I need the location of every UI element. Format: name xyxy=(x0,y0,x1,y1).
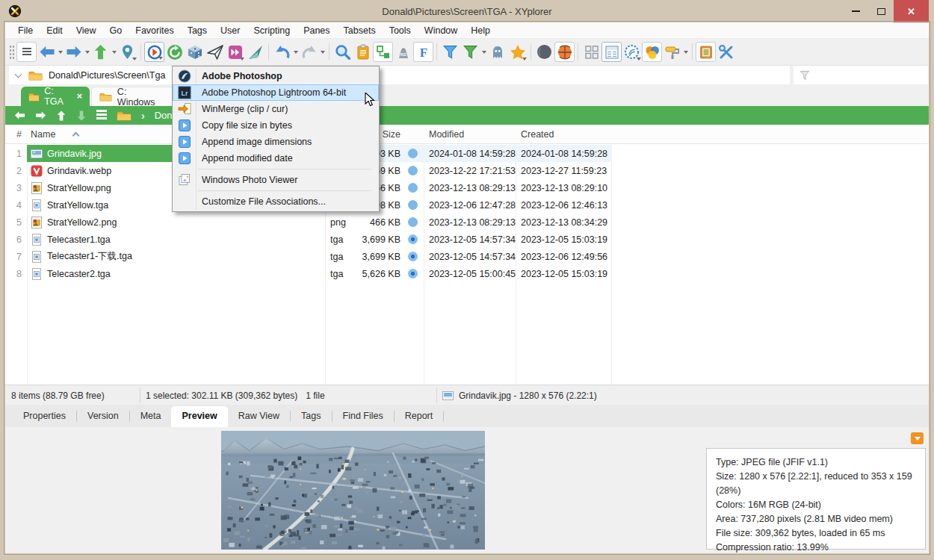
clipboard-button[interactable] xyxy=(353,42,373,62)
back-button[interactable] xyxy=(37,42,57,62)
redo-dropdown[interactable] xyxy=(319,42,326,62)
up-button[interactable] xyxy=(90,42,111,62)
image-thumb-icon xyxy=(31,148,43,160)
maximize-button[interactable] xyxy=(868,0,894,22)
up-dropdown[interactable] xyxy=(111,42,117,62)
basketball-button[interactable] xyxy=(554,42,575,62)
star-button[interactable] xyxy=(507,42,528,62)
folder-icon[interactable] xyxy=(117,110,132,121)
column-header-num[interactable]: # xyxy=(5,129,27,140)
folder-tree-button[interactable] xyxy=(373,42,393,62)
undo-dropdown[interactable] xyxy=(292,42,299,62)
tab-close-icon[interactable]: × xyxy=(77,91,82,102)
paper-plane-button[interactable] xyxy=(205,42,225,62)
refresh-button[interactable] xyxy=(164,42,185,62)
open-with-button[interactable] xyxy=(144,42,164,62)
redo-button[interactable] xyxy=(299,42,319,62)
toolbar-grip[interactable] xyxy=(9,45,14,60)
filter-box[interactable] xyxy=(794,66,928,84)
crumb-up-icon[interactable] xyxy=(56,111,67,121)
menu-user[interactable]: User xyxy=(214,25,247,36)
file-row-telecaster1-tga[interactable]: 6 Telecaster1.tga tga 3,699 KB 2023-12-0… xyxy=(5,231,929,248)
undo-button[interactable] xyxy=(272,42,292,62)
tga-file-icon xyxy=(31,234,43,246)
file-row-grindavik-jpg[interactable]: 1 Grindavik.jpg jpg 303 KB 2024-01-08 14… xyxy=(5,145,929,162)
search-button[interactable] xyxy=(333,42,353,62)
filter-green-dropdown[interactable] xyxy=(480,42,487,62)
tab-c-tga[interactable]: C: TGA × xyxy=(21,87,90,106)
minimize-button[interactable] xyxy=(843,0,868,22)
tools-wrench-button[interactable] xyxy=(716,42,736,62)
menu-window[interactable]: Window xyxy=(418,25,464,36)
menu-item-adobe-lightroom[interactable]: Lr Adobe Photoshop Lightroom 64-bit xyxy=(173,84,379,101)
ghost-button[interactable] xyxy=(487,42,507,62)
panel-tab-properties[interactable]: Properties xyxy=(13,406,76,427)
crumb-forward-icon[interactable] xyxy=(35,111,46,120)
weight-kg-button[interactable]: KG xyxy=(393,42,413,62)
panel-tab-raw-view[interactable]: Raw View xyxy=(228,406,290,427)
dice-button[interactable] xyxy=(185,42,205,62)
crumb-bar: › Donald › xyxy=(5,106,929,125)
grid-view-button[interactable] xyxy=(581,42,601,62)
menu-tags[interactable]: Tags xyxy=(181,25,214,36)
menu-item-adobe-photoshop[interactable]: Adobe Photoshop xyxy=(173,68,379,84)
menu-item-windows-photo-viewer[interactable]: Windows Photo Viewer xyxy=(173,172,379,188)
location-pin-button[interactable] xyxy=(117,42,137,62)
menu-item-winmerge[interactable]: WinMerge (clip / cur) xyxy=(173,101,379,117)
paint-roller-dropdown[interactable] xyxy=(682,42,689,62)
file-row-stratyellow-tga[interactable]: 4 StratYellow.tga tga 1,398 KB 2023-12-0… xyxy=(5,196,929,214)
panel-tab-report[interactable]: Report xyxy=(395,406,444,427)
panel-tab-find-files[interactable]: Find Files xyxy=(333,406,394,427)
compass-button[interactable] xyxy=(245,42,265,62)
crumb-down-icon[interactable] xyxy=(76,111,87,121)
file-row-stratyellow-png[interactable]: 3 StratYellow.png png 456 KB 2023-12-13 … xyxy=(5,179,929,196)
panel-tab-preview[interactable]: Preview xyxy=(171,406,227,427)
panel-tab-meta[interactable]: Meta xyxy=(130,406,172,427)
forward-button[interactable] xyxy=(64,42,84,62)
image-frame-button[interactable] xyxy=(696,42,716,62)
filter-green-button[interactable] xyxy=(460,42,480,62)
menu-item-customize-file-associations[interactable]: Customize File Associations... xyxy=(173,193,379,210)
badge-button[interactable] xyxy=(622,42,642,62)
menu-help[interactable]: Help xyxy=(464,25,497,36)
menu-tabsets[interactable]: Tabsets xyxy=(337,25,383,36)
moon-button[interactable] xyxy=(534,42,554,62)
chevron-down-icon[interactable] xyxy=(15,70,22,78)
menu-tools[interactable]: Tools xyxy=(383,25,418,36)
menu-file[interactable]: File xyxy=(11,25,40,36)
menu-scripting[interactable]: Scripting xyxy=(247,25,297,36)
panel-tab-version[interactable]: Version xyxy=(77,406,129,427)
column-header-modified[interactable]: Modified xyxy=(424,129,516,140)
panel-tab-tags[interactable]: Tags xyxy=(291,406,331,427)
crumb-back-icon[interactable] xyxy=(14,111,25,120)
file-row-telecaster1-xiazai-tga[interactable]: 7 Telecaster1-下载.tga tga 3,699 KB 2023-1… xyxy=(5,248,929,265)
main-menu-button[interactable] xyxy=(16,42,37,62)
tab-c-windows[interactable]: C: Windows xyxy=(91,87,175,106)
forward-dropdown[interactable] xyxy=(84,42,90,62)
crumb-menu-icon[interactable] xyxy=(96,113,107,115)
close-button[interactable]: ✕ xyxy=(894,0,929,22)
details-view-button[interactable] xyxy=(601,42,622,62)
menu-panes[interactable]: Panes xyxy=(297,25,336,36)
filter-blue-button[interactable] xyxy=(440,42,460,62)
menu-edit[interactable]: Edit xyxy=(40,25,69,36)
color-circles-button[interactable] xyxy=(642,42,662,62)
preview-info-collapse-button[interactable] xyxy=(911,432,924,444)
fast-forward-button[interactable] xyxy=(225,42,245,62)
font-f-button[interactable]: F xyxy=(413,42,433,62)
menu-view[interactable]: View xyxy=(69,25,103,36)
column-header-created[interactable]: Created xyxy=(516,129,612,140)
file-row-telecaster2-tga[interactable]: 8 Telecaster2.tga tga 5,626 KB 2023-12-0… xyxy=(5,265,929,282)
file-row-grindavik-webp[interactable]: 2 Grindavik.webp webp 159 KB 2023-12-22 … xyxy=(5,162,929,179)
back-dropdown[interactable] xyxy=(57,42,64,62)
menu-go[interactable]: Go xyxy=(103,25,129,36)
paint-roller-button[interactable] xyxy=(662,42,682,62)
menu-item-append-modified-date[interactable]: Append modified date xyxy=(173,150,379,167)
file-row-stratyellow2-png[interactable]: 5 StratYellow2.png png 466 KB 2023-12-13… xyxy=(5,214,929,231)
menu-item-append-image-dimensions[interactable]: Append image dimensions xyxy=(173,134,379,150)
forward-arrow-icon xyxy=(66,45,82,59)
menu-item-copy-file-size[interactable]: Copy file size in bytes xyxy=(173,117,379,134)
address-bar[interactable]: Donald\Pictures\Screen\Tga xyxy=(9,66,790,84)
menu-favorites[interactable]: Favorites xyxy=(129,25,180,36)
mouse-cursor xyxy=(365,93,377,108)
